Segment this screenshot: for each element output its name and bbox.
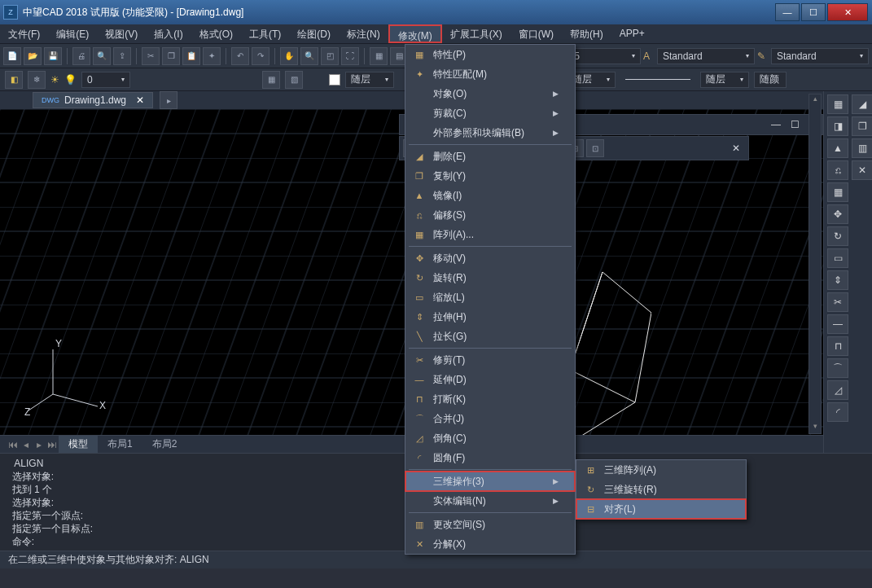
modify-item-复制(Y)[interactable]: ❐复制(Y) (405, 166, 575, 186)
tabnav-next[interactable]: ▸ (33, 439, 46, 450)
modify-item-旋转(R)[interactable]: ↻旋转(R) (405, 268, 575, 287)
open-icon[interactable]: 📂 (24, 47, 42, 65)
modify-item-圆角(F)[interactable]: ◜圆角(F) (405, 448, 575, 467)
copy-icon[interactable]: ❐ (162, 47, 180, 65)
tool-move-icon[interactable]: ✥ (827, 204, 848, 224)
modify-item-缩放(L)[interactable]: ▭缩放(L) (405, 287, 575, 307)
tool-copy-icon[interactable]: ❐ (852, 116, 872, 136)
layer-freeze-icon[interactable]: ❄ (28, 71, 46, 89)
menu-格式(O)[interactable]: 格式(O) (191, 24, 241, 43)
textstyle2-combo[interactable]: Standard▾ (771, 48, 869, 64)
tool-array-icon[interactable]: ▦ (827, 182, 848, 202)
menu-帮助(H)[interactable]: 帮助(H) (562, 24, 611, 43)
tool-rotate-icon[interactable]: ↻ (827, 226, 848, 246)
menu-插入(I)[interactable]: 插入(I) (146, 24, 191, 43)
modify-item-实体编辑(N)[interactable]: 实体编辑(N)▶ (405, 491, 575, 511)
modify-item-特性匹配(M)[interactable]: ✦特性匹配(M) (405, 64, 575, 84)
menu-视图(V)[interactable]: 视图(V) (97, 24, 146, 43)
file-tab[interactable]: DWG Drawing1.dwg ✕ (33, 92, 153, 108)
modify-item-拉伸(H)[interactable]: ⇕拉伸(H) (405, 307, 575, 327)
pan-icon[interactable]: ✋ (280, 47, 298, 65)
tool-erase-icon[interactable]: ◢ (852, 94, 872, 114)
menu-修改(M)[interactable]: 修改(M) (388, 24, 442, 43)
menu-绘图(D)[interactable]: 绘图(D) (289, 24, 339, 43)
tool-join-icon[interactable]: ⌒ (827, 358, 848, 378)
submenu-item-三维旋转(R)[interactable]: ↻三维旋转(R) (576, 480, 746, 499)
layout-tab-layout1[interactable]: 布局1 (98, 436, 142, 453)
ft-close-icon[interactable]: ✕ (727, 143, 745, 154)
menu-标注(N)[interactable]: 标注(N) (339, 24, 388, 43)
tool-scale-icon[interactable]: ▭ (827, 248, 848, 268)
paste-icon[interactable]: 📋 (182, 47, 200, 65)
float-max-icon[interactable]: ☐ (786, 119, 804, 130)
modify-item-镜像(I)[interactable]: ▲镜像(I) (405, 186, 575, 205)
zoomext-icon[interactable]: ⛶ (341, 47, 359, 65)
menu-扩展工具(X)[interactable]: 扩展工具(X) (442, 24, 510, 43)
tool-offset-icon[interactable]: ⎌ (827, 160, 848, 180)
menu-APP+[interactable]: APP+ (611, 24, 653, 43)
tool-explode-icon[interactable]: ✕ (852, 160, 872, 180)
modify-item-剪裁(C)[interactable]: 剪裁(C)▶ (405, 103, 575, 123)
menu-文件(F)[interactable]: 文件(F) (0, 24, 48, 43)
menu-工具(T)[interactable]: 工具(T) (241, 24, 289, 43)
maximize-button[interactable]: ☐ (801, 3, 826, 21)
modify-item-合并(J)[interactable]: ⌒合并(J) (405, 409, 575, 428)
modify-item-延伸(D)[interactable]: —延伸(D) (405, 370, 575, 389)
bylayer2-combo[interactable]: 随层▾ (700, 72, 749, 88)
tabnav-last[interactable]: ⏭ (46, 439, 59, 450)
modify-item-倒角(C)[interactable]: ◿倒角(C) (405, 428, 575, 448)
submenu-item-对齐(L)[interactable]: ⊟对齐(L) (576, 499, 746, 519)
zoom-icon[interactable]: 🔍 (300, 47, 318, 65)
publish-icon[interactable]: ⇪ (113, 47, 131, 65)
tool-extend-icon[interactable]: — (827, 314, 848, 334)
tool-trim-icon[interactable]: ✂ (827, 292, 848, 312)
props-icon[interactable]: ▦ (370, 47, 388, 65)
tool-break-icon[interactable]: ⊓ (827, 336, 848, 356)
xref-icon[interactable]: ▧ (285, 71, 303, 89)
undo-icon[interactable]: ↶ (231, 47, 249, 65)
new-icon[interactable]: 📄 (3, 47, 21, 65)
modify-item-三维操作(3)[interactable]: 三维操作(3)▶ (405, 472, 575, 491)
print-icon[interactable]: 🖨 (72, 47, 90, 65)
modify-item-外部参照和块编辑(B)[interactable]: 外部参照和块编辑(B)▶ (405, 123, 575, 143)
layout-tab-layout2[interactable]: 布局2 (142, 436, 187, 453)
tool-props-icon[interactable]: ▦ (827, 94, 848, 114)
cut-icon[interactable]: ✂ (142, 47, 160, 65)
layout-tab-model[interactable]: 模型 (59, 436, 98, 453)
vertical-scrollbar[interactable]: ▴ ▾ (808, 94, 822, 434)
menu-编辑(E)[interactable]: 编辑(E) (48, 24, 97, 43)
file-tab-close[interactable]: ✕ (136, 94, 144, 106)
modify-item-打断(K)[interactable]: ⊓打断(K) (405, 389, 575, 409)
save-icon[interactable]: 💾 (44, 47, 62, 65)
modify-item-移动(V)[interactable]: ✥移动(V) (405, 248, 575, 268)
tool-rclip-icon[interactable]: ▥ (852, 138, 872, 158)
float-min-icon[interactable]: — (766, 119, 786, 130)
tabnav-first[interactable]: ⏮ (7, 439, 20, 450)
tool-stretch-icon[interactable]: ⇕ (827, 270, 848, 290)
attached-combo[interactable]: 随层▾ (345, 72, 394, 88)
menu-窗口(W)[interactable]: 窗口(W) (510, 24, 562, 43)
ft-grip-icon[interactable]: ⊡ (586, 139, 604, 157)
new-tab-icon[interactable]: ▸ (160, 91, 177, 109)
modify-item-分解(X)[interactable]: ✕分解(X) (405, 534, 575, 554)
tool-chamfer-icon[interactable]: ◿ (827, 380, 848, 400)
modify-item-更改空间(S)[interactable]: ▥更改空间(S) (405, 515, 575, 534)
zoomwin-icon[interactable]: ◰ (321, 47, 339, 65)
close-button[interactable]: ✕ (827, 3, 868, 21)
modify-item-删除(E)[interactable]: ◢删除(E) (405, 147, 575, 166)
modify-item-阵列(A)...[interactable]: ▦阵列(A)... (405, 225, 575, 244)
redo-icon[interactable]: ↷ (252, 47, 269, 65)
modify-item-对象(O)[interactable]: 对象(O)▶ (405, 84, 575, 103)
color-swatch[interactable] (329, 74, 340, 86)
tool-fillet-icon[interactable]: ◜ (827, 402, 848, 422)
tool-mirror-icon[interactable]: ▲ (827, 138, 848, 158)
tool-match-icon[interactable]: ◨ (827, 116, 848, 136)
modify-item-偏移(S)[interactable]: ⎌偏移(S) (405, 205, 575, 225)
minimize-button[interactable]: — (775, 3, 800, 21)
layer-combo[interactable]: 0▾ (81, 72, 130, 88)
match-icon[interactable]: ✦ (203, 47, 221, 65)
modify-item-拉长(G)[interactable]: ╲拉长(G) (405, 327, 575, 346)
textstyle1-combo[interactable]: Standard▾ (657, 48, 755, 64)
preview-icon[interactable]: 🔍 (93, 47, 111, 65)
layer-props-icon[interactable]: ◧ (5, 71, 23, 89)
